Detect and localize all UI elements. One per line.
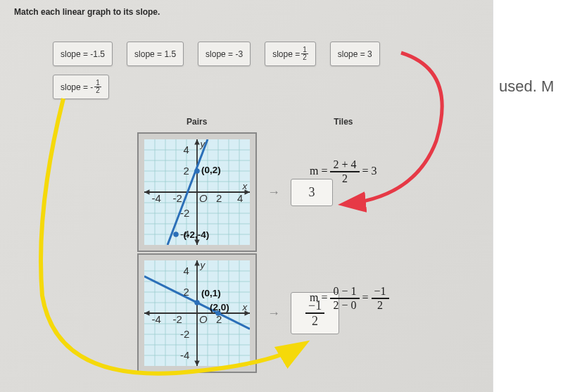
svg-text:x: x bbox=[242, 302, 248, 312]
svg-text:y: y bbox=[200, 260, 206, 270]
svg-text:(0,2): (0,2) bbox=[201, 165, 221, 175]
hw-fraction-result: −1 2 bbox=[372, 285, 389, 312]
arrow-icon: → bbox=[267, 185, 280, 200]
tile-prefix: slope = bbox=[272, 49, 300, 59]
svg-text:(-2,-4): (-2,-4) bbox=[184, 229, 210, 240]
svg-text:x: x bbox=[242, 181, 248, 191]
graph-row-1: -4 -2 2 4 4 2 -2 -4 O y x (0,2) (-2,-4) bbox=[137, 132, 482, 252]
fraction-half: 1 2 bbox=[301, 46, 308, 61]
svg-text:4: 4 bbox=[184, 265, 189, 277]
tile-slope-neg-half[interactable]: slope = - 1 2 bbox=[53, 75, 109, 99]
fraction-neg-half: 1 2 bbox=[94, 80, 101, 94]
svg-text:-4: -4 bbox=[180, 349, 189, 361]
handwritten-work-1: m = 2 + 4 2 = 3 bbox=[310, 158, 377, 185]
tile-prefix: slope = - bbox=[61, 82, 93, 92]
grid-svg-2: -4 -2 2 4 2 -2 -4 O y x (0,1) (2,0) bbox=[144, 260, 250, 366]
svg-text:-4: -4 bbox=[152, 192, 161, 204]
header-tiles: Tiles bbox=[334, 117, 353, 127]
svg-text:O: O bbox=[199, 313, 208, 325]
svg-text:-2: -2 bbox=[173, 192, 182, 204]
graph-2[interactable]: -4 -2 2 4 2 -2 -4 O y x (0,1) (2,0) bbox=[137, 253, 257, 373]
svg-text:-2: -2 bbox=[180, 328, 189, 340]
header-pairs: Pairs bbox=[186, 117, 207, 127]
grid-svg-1: -4 -2 2 4 4 2 -2 -4 O y x (0,2) (-2,-4) bbox=[144, 139, 250, 245]
right-panel: used. M bbox=[493, 0, 563, 392]
svg-text:-2: -2 bbox=[173, 313, 182, 325]
hw-fraction: 0 − 1 2 − 0 bbox=[330, 285, 359, 312]
hw-fraction: 2 + 4 2 bbox=[330, 158, 359, 185]
arrow-icon: → bbox=[267, 306, 280, 321]
worksheet-panel: Match each linear graph to its slope. sl… bbox=[0, 0, 493, 392]
tile-slope-neg-3[interactable]: slope = -3 bbox=[198, 42, 251, 66]
svg-text:2: 2 bbox=[184, 165, 189, 177]
tile-slope-1-5[interactable]: slope = 1.5 bbox=[127, 42, 184, 66]
svg-text:2: 2 bbox=[216, 192, 222, 204]
svg-point-25 bbox=[173, 232, 179, 237]
right-panel-text: used. M bbox=[499, 77, 554, 95]
svg-text:4: 4 bbox=[184, 144, 189, 156]
tile-slope-neg-1-5[interactable]: slope = -1.5 bbox=[53, 42, 113, 66]
svg-text:-2: -2 bbox=[180, 207, 189, 219]
svg-text:(2,0): (2,0) bbox=[210, 302, 229, 312]
svg-text:y: y bbox=[200, 139, 206, 149]
handwritten-work-2: m = 0 − 1 2 − 0 = −1 2 bbox=[310, 285, 389, 312]
svg-text:2: 2 bbox=[216, 313, 222, 325]
svg-text:-4: -4 bbox=[152, 313, 161, 325]
tiles-row-2: slope = - 1 2 bbox=[53, 75, 482, 99]
svg-point-24 bbox=[194, 168, 200, 174]
svg-text:2: 2 bbox=[184, 286, 189, 298]
svg-point-63 bbox=[194, 300, 200, 305]
column-headers: Pairs Tiles bbox=[186, 117, 482, 127]
svg-text:(0,1): (0,1) bbox=[201, 288, 221, 298]
instruction-text: Match each linear graph to its slope. bbox=[14, 7, 482, 17]
graph-1[interactable]: -4 -2 2 4 4 2 -2 -4 O y x (0,2) (-2,-4) bbox=[137, 132, 257, 252]
tiles-row-1: slope = -1.5 slope = 1.5 slope = -3 slop… bbox=[53, 42, 482, 66]
tile-slope-3[interactable]: slope = 3 bbox=[330, 42, 380, 66]
graph-row-2: -4 -2 2 4 2 -2 -4 O y x (0,1) (2,0) → bbox=[137, 253, 482, 373]
svg-text:O: O bbox=[199, 192, 208, 204]
svg-text:4: 4 bbox=[237, 192, 243, 204]
tile-slope-half[interactable]: slope = 1 2 bbox=[265, 42, 316, 66]
